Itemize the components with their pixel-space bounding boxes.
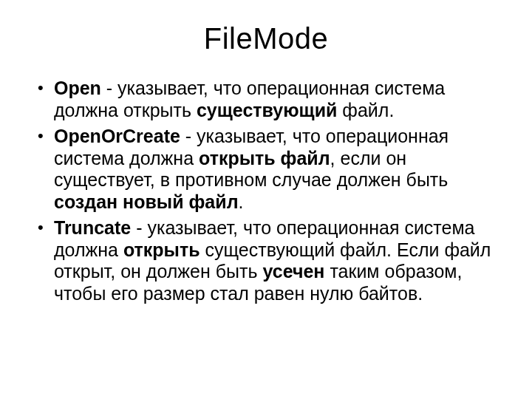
term: Open: [54, 78, 101, 98]
bullet-list: Open - указывает, что операционная систе…: [33, 78, 499, 304]
list-item: OpenOrCreate - указывает, что операционн…: [33, 126, 499, 213]
bold-text: открыть файл: [199, 148, 330, 168]
term: Truncate: [54, 217, 131, 238]
text: .: [239, 191, 244, 212]
slide: FileMode Open - указывает, что операцион…: [0, 0, 532, 399]
text: файл.: [337, 100, 394, 120]
list-item: Open - указывает, что операционная систе…: [33, 78, 499, 121]
bold-text: создан новый файл: [54, 191, 239, 212]
bold-text: усечен: [262, 261, 324, 282]
list-item: Truncate - указывает, что операционная с…: [33, 217, 499, 304]
slide-title: FileMode: [33, 22, 499, 55]
bold-text: существующий: [197, 100, 337, 120]
bold-text: открыть: [123, 239, 200, 260]
term: OpenOrCreate: [54, 126, 180, 146]
